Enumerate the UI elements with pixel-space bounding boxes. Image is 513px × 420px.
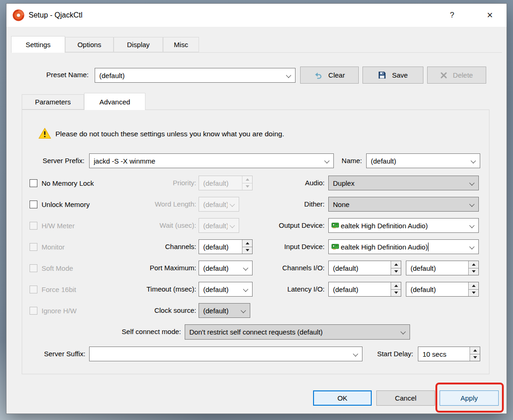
delete-button[interactable]: Delete — [427, 67, 486, 84]
clear-button[interactable]: Clear — [300, 67, 359, 84]
preset-name-combo[interactable]: (default) — [95, 68, 296, 83]
latency-io-in-value: (default) — [333, 286, 358, 293]
word-length-label: Word Length: — [122, 197, 196, 212]
channels-io-label: Channels I/O: — [251, 261, 325, 275]
server-prefix-combo[interactable]: jackd -S -X winmme — [89, 153, 334, 168]
checkbox-box — [30, 222, 37, 230]
checkbox-box — [30, 201, 37, 208]
tab-display[interactable]: Display — [114, 37, 163, 52]
spin-buttons[interactable] — [468, 261, 478, 275]
latency-io-out-spinbox[interactable]: (default) — [406, 282, 479, 297]
channels-label: Channels: — [122, 239, 196, 254]
dither-value: None — [333, 201, 350, 208]
spin-up-icon[interactable] — [391, 282, 401, 289]
spin-up-icon[interactable] — [391, 261, 401, 268]
checkbox-label: Unlock Memory — [42, 201, 90, 208]
spin-up-icon[interactable] — [469, 282, 478, 289]
spin-up-icon[interactable] — [469, 261, 478, 268]
self-connect-mode-combo[interactable]: Don't restrict self connect requests (de… — [185, 324, 410, 340]
port-maximum-combo[interactable]: (default) — [199, 261, 253, 275]
input-device-combo[interactable]: ealtek High Definition Audio) — [328, 239, 479, 254]
checkbox-ignore-hw[interactable]: Ignore H/W — [30, 303, 77, 318]
tab-misc[interactable]: Misc — [163, 37, 199, 52]
latency-io-out-value: (default) — [410, 286, 436, 293]
server-name-combo[interactable]: (default) — [366, 153, 480, 168]
apply-button[interactable]: Apply — [440, 390, 499, 406]
server-prefix-value: jackd -S -X winmme — [94, 157, 155, 165]
timeout-msec-combo[interactable]: (default) — [199, 282, 253, 297]
spin-down-icon[interactable] — [391, 289, 401, 297]
clock-source-label: Clock source: — [122, 303, 196, 318]
preset-name-value: (default) — [99, 72, 125, 79]
checkbox-no-memory-lock[interactable]: No Memory Lock — [30, 176, 94, 190]
chevron-down-icon — [469, 201, 474, 207]
chevron-down-icon — [229, 223, 235, 228]
tab-parameters[interactable]: Parameters — [22, 94, 84, 110]
self-connect-mode-value: Don't restrict self connect requests (de… — [189, 328, 323, 336]
dither-combo[interactable]: None — [328, 197, 479, 212]
server-name-label: Name: — [330, 153, 362, 168]
main-tab-divider — [11, 52, 502, 53]
latency-io-label: Latency I/O: — [251, 282, 325, 297]
clock-source-combo[interactable]: (default) — [199, 303, 250, 318]
channels-io-out-spinbox[interactable]: (default) — [406, 261, 479, 275]
start-delay-spinbox[interactable]: 10 secs — [418, 347, 480, 361]
chevron-down-icon — [469, 223, 474, 228]
timeout-msec-value: (default) — [203, 286, 229, 293]
text-cursor — [428, 243, 429, 251]
wait-usec-value: (default) — [203, 222, 228, 230]
audio-combo[interactable]: Duplex — [328, 176, 479, 190]
spin-down-icon[interactable] — [469, 268, 478, 275]
checkbox-monitor[interactable]: Monitor — [30, 239, 65, 254]
audio-label: Audio: — [251, 176, 325, 190]
spin-buttons[interactable] — [391, 261, 401, 275]
spin-up-icon[interactable] — [470, 347, 480, 354]
warning-text: Please do not touch these settings unles… — [55, 128, 284, 140]
spin-down-icon[interactable] — [469, 289, 478, 297]
channels-io-in-value: (default) — [333, 264, 358, 272]
checkbox-force-16bit[interactable]: Force 16bit — [30, 282, 76, 297]
chevron-down-icon — [229, 201, 235, 207]
checkbox-box — [30, 264, 37, 272]
checkbox-unlock-memory[interactable]: Unlock Memory — [30, 197, 90, 212]
checkbox-soft-mode[interactable]: Soft Mode — [30, 261, 73, 275]
server-suffix-combo[interactable] — [89, 347, 362, 361]
self-connect-mode-label: Self connect mode: — [98, 324, 181, 339]
spin-buttons[interactable] — [391, 282, 401, 296]
warning-triangle-icon — [38, 128, 51, 141]
spin-buttons[interactable] — [468, 282, 478, 296]
priority-spinbox[interactable]: (default) — [199, 176, 253, 190]
output-device-combo[interactable]: ealtek High Definition Audio) — [328, 218, 479, 233]
close-button[interactable]: × — [480, 4, 500, 27]
checkbox-box — [30, 286, 37, 293]
cancel-button[interactable]: Cancel — [376, 390, 435, 406]
spin-down-icon[interactable] — [470, 354, 480, 361]
chevron-down-icon — [469, 180, 474, 185]
chevron-down-icon — [471, 158, 476, 163]
sound-card-icon — [332, 243, 339, 250]
spin-down-icon[interactable] — [391, 268, 401, 275]
wait-usec-combo[interactable]: (default) — [199, 218, 239, 233]
qjackctl-logo-icon — [12, 9, 24, 21]
tab-options[interactable]: Options — [65, 37, 114, 52]
checkbox-label: H/W Meter — [42, 222, 75, 230]
save-button-label: Save — [392, 71, 408, 79]
latency-io-in-spinbox[interactable]: (default) — [328, 282, 401, 297]
window-title: Setup - QjackCtl — [29, 4, 82, 27]
channels-spinbox[interactable]: (default) — [199, 239, 253, 254]
save-button[interactable]: Save — [362, 67, 423, 84]
server-prefix-label: Server Prefix: — [20, 153, 84, 168]
checkbox-hw-meter[interactable]: H/W Meter — [30, 218, 75, 233]
word-length-combo[interactable]: (default) — [199, 197, 239, 212]
help-button[interactable]: ? — [442, 4, 462, 27]
ok-button[interactable]: OK — [313, 390, 372, 406]
channels-io-out-value: (default) — [410, 264, 436, 272]
tab-advanced[interactable]: Advanced — [84, 93, 145, 110]
channels-io-in-spinbox[interactable]: (default) — [328, 261, 401, 275]
priority-label: Priority: — [122, 176, 196, 190]
checkbox-box — [30, 243, 37, 251]
audio-value: Duplex — [333, 179, 355, 187]
spin-buttons[interactable] — [470, 347, 480, 361]
server-suffix-label: Server Suffix: — [21, 347, 85, 361]
tab-settings[interactable]: Settings — [11, 36, 65, 53]
